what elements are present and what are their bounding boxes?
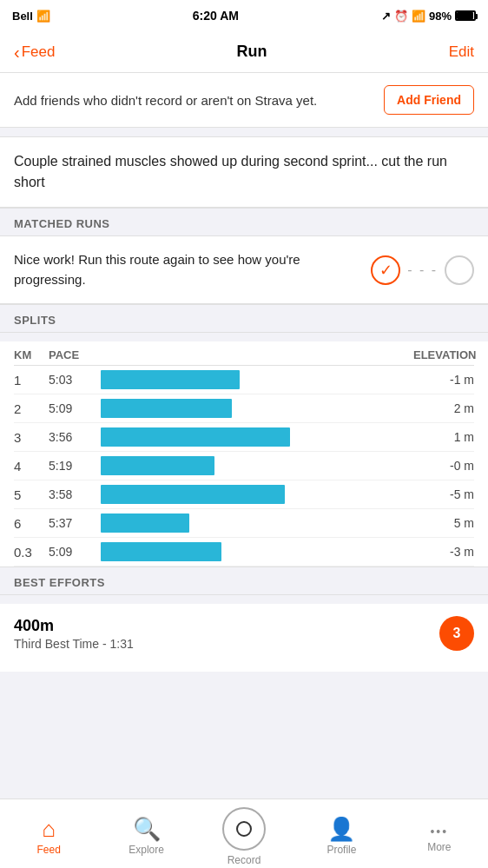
split-bar: [101, 399, 232, 418]
split-km: 0.3: [14, 545, 49, 560]
table-row: 5 3:58 -5 m: [14, 480, 474, 509]
split-bar: [101, 485, 285, 504]
splits-header: SPLITS: [0, 304, 488, 333]
split-elevation: -3 m: [413, 545, 474, 559]
status-left: Bell 📶: [12, 10, 50, 23]
page-title: Run: [237, 43, 267, 61]
back-button[interactable]: ‹ Feed: [14, 43, 55, 61]
split-km: 4: [14, 459, 49, 474]
split-bar: [101, 514, 189, 533]
split-km: 6: [14, 516, 49, 531]
back-chevron-icon: ‹: [14, 43, 20, 61]
status-bar: Bell 📶 6:20 AM ↗ ⏰ 📶 98%: [0, 0, 488, 31]
status-right: ↗ ⏰ 📶 98%: [381, 10, 476, 23]
splits-section: KM PACE ELEVATION 1 5:03 -1 m 2 5:09 2 m…: [0, 341, 488, 567]
elevation-header: ELEVATION: [413, 348, 474, 361]
comment-section: Couple strained muscles showed up during…: [0, 136, 488, 208]
splits-rows: 1 5:03 -1 m 2 5:09 2 m 3 3:56 1 m 4 5:19: [14, 366, 474, 567]
effort-detail: Third Best Time - 1:31: [14, 637, 439, 651]
split-pace: 5:09: [49, 401, 101, 415]
split-elevation: 1 m: [413, 430, 474, 444]
table-row: 3 3:56 1 m: [14, 423, 474, 452]
progress-indicator: ✓ - - -: [371, 255, 474, 285]
split-pace: 5:37: [49, 516, 101, 530]
status-time: 6:20 AM: [193, 9, 239, 23]
comment-text: Couple strained muscles showed up during…: [14, 151, 474, 193]
carrier-label: Bell: [12, 10, 33, 23]
split-km: 5: [14, 487, 49, 502]
split-bar-container: [101, 399, 413, 418]
effort-info: 400m Third Best Time - 1:31: [14, 617, 439, 651]
location-icon: ↗: [381, 10, 391, 23]
empty-circle: [445, 255, 474, 285]
table-row: 2 5:09 2 m: [14, 394, 474, 423]
split-pace: 5:03: [49, 373, 101, 387]
splits-column-headers: KM PACE ELEVATION: [14, 341, 474, 366]
split-elevation: -0 m: [413, 459, 474, 473]
split-bar-container: [101, 542, 413, 561]
split-elevation: -5 m: [413, 487, 474, 501]
split-elevation: 2 m: [413, 401, 474, 415]
effort-distance: 400m: [14, 617, 439, 635]
check-circle: ✓: [371, 255, 400, 285]
split-elevation: 5 m: [413, 516, 474, 530]
best-efforts-items: 400m Third Best Time - 1:31 3: [0, 604, 488, 663]
table-row: 4 5:19 -0 m: [14, 452, 474, 480]
split-bar-container: [101, 427, 413, 447]
table-row: 6 5:37 5 m: [14, 509, 474, 538]
battery-percent: 98%: [429, 10, 452, 23]
split-elevation: -1 m: [413, 373, 474, 387]
split-bar: [101, 542, 221, 561]
friends-section: Add friends who didn't record or aren't …: [0, 73, 488, 128]
nav-bar: ‹ Feed Run Edit: [0, 31, 488, 73]
matched-runs-section: Nice work! Run this route again to see h…: [0, 236, 488, 304]
table-row: 0.3 5:09 -3 m: [14, 538, 474, 567]
splits-table: KM PACE ELEVATION 1 5:03 -1 m 2 5:09 2 m…: [0, 341, 488, 567]
split-bar: [101, 456, 214, 475]
list-item: 400m Third Best Time - 1:31 3: [0, 604, 488, 663]
battery-icon: [455, 10, 476, 21]
medal-badge: 3: [439, 616, 474, 651]
split-bar-container: [101, 456, 413, 475]
split-bar: [101, 427, 290, 447]
wifi-icon: 📶: [36, 10, 50, 23]
split-bar: [101, 370, 240, 389]
back-label: Feed: [22, 43, 56, 61]
split-km: 2: [14, 401, 49, 416]
km-header: KM: [14, 348, 49, 361]
split-bar-container: [101, 514, 413, 533]
matched-runs-header: MATCHED RUNS: [0, 208, 488, 236]
matched-runs-text: Nice work! Run this route again to see h…: [14, 250, 371, 289]
pace-header: PACE: [49, 348, 101, 361]
split-pace: 3:58: [49, 487, 101, 501]
progress-dashes: - - -: [407, 262, 438, 278]
split-pace: 3:56: [49, 430, 101, 444]
edit-button[interactable]: Edit: [449, 43, 474, 61]
split-bar-container: [101, 370, 413, 389]
add-friend-button[interactable]: Add Friend: [384, 85, 474, 115]
friends-text: Add friends who didn't record or aren't …: [14, 91, 384, 109]
split-km: 1: [14, 373, 49, 388]
split-pace: 5:19: [49, 459, 101, 473]
table-row: 1 5:03 -1 m: [14, 366, 474, 394]
bluetooth-icon: 📶: [412, 10, 425, 23]
alarm-icon: ⏰: [394, 10, 408, 23]
split-bar-container: [101, 485, 413, 504]
split-pace: 5:09: [49, 545, 101, 559]
best-efforts-header: BEST EFFORTS: [0, 567, 488, 595]
split-km: 3: [14, 430, 49, 445]
best-efforts-section: 400m Third Best Time - 1:31 3: [0, 604, 488, 672]
